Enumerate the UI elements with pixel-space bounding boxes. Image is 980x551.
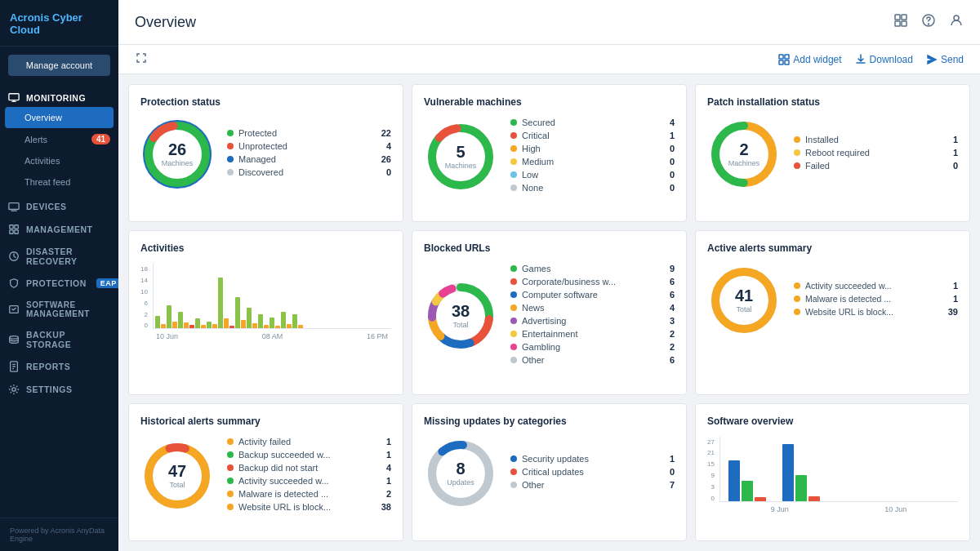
url-block-dot bbox=[794, 309, 800, 315]
add-widget-button[interactable]: Add widget bbox=[778, 54, 841, 65]
failed-dot bbox=[794, 162, 800, 169]
sidebar: Acronis Cyber Cloud Manage account MONIT… bbox=[0, 0, 118, 551]
bar bbox=[212, 324, 217, 328]
sidebar-item-activities[interactable]: Activities bbox=[0, 150, 118, 171]
sidebar-item-threat-feed[interactable]: Threat feed bbox=[0, 171, 118, 193]
sidebar-section-management[interactable]: MANAGEMENT bbox=[0, 216, 118, 238]
managed-label: Managed bbox=[238, 154, 276, 164]
user-button[interactable] bbox=[949, 13, 964, 31]
gambling-dot bbox=[510, 344, 517, 350]
active-alerts-donut: 41 Total bbox=[707, 264, 781, 337]
reboot-label: Reboot required bbox=[805, 148, 870, 158]
active-alerts-legend: Activity succeeded w...1 Malware is dete… bbox=[794, 281, 958, 320]
patch-donut: 2 Machines bbox=[707, 118, 781, 191]
bar-group bbox=[292, 314, 303, 328]
svg-rect-20 bbox=[779, 60, 783, 64]
legend-item: Protected 22 bbox=[227, 128, 391, 138]
protection-center-number: 26 bbox=[162, 141, 194, 158]
protection-center-label: Machines bbox=[162, 159, 194, 167]
patch-center-number: 2 bbox=[728, 141, 760, 158]
sidebar-section-devices[interactable]: DEVICES bbox=[0, 193, 118, 216]
legend-item: Activity succeeded w...1 bbox=[227, 476, 391, 486]
bar-group bbox=[207, 322, 217, 328]
legend-item: Failed0 bbox=[794, 161, 958, 171]
reports-label: REPORTS bbox=[26, 362, 70, 371]
manage-account-button[interactable]: Manage account bbox=[8, 55, 110, 76]
vulnerable-donut: 5 Machines bbox=[424, 120, 497, 193]
help-button[interactable] bbox=[921, 13, 936, 31]
bar bbox=[195, 318, 200, 328]
sidebar-item-overview[interactable]: Overview bbox=[5, 107, 114, 128]
bar bbox=[292, 314, 297, 328]
bar bbox=[270, 318, 274, 328]
grid-view-button[interactable] bbox=[893, 13, 908, 31]
protection-label: PROTECTION bbox=[26, 278, 87, 288]
sidebar-section-protection[interactable]: PROTECTION EAP bbox=[0, 269, 118, 292]
unprotected-label: Unprotected bbox=[238, 141, 287, 151]
critical-updates-dot bbox=[510, 469, 517, 475]
monitor-icon bbox=[8, 92, 20, 104]
software-overview-widget: Software overview 272115930 bbox=[695, 403, 970, 541]
vulnerable-machines-widget: Vulnerable machines 5 Machines Secured4 bbox=[412, 84, 687, 222]
missing-center-label: Updates bbox=[447, 478, 474, 487]
none-dot bbox=[510, 184, 517, 191]
bar bbox=[258, 314, 263, 328]
none-label: None bbox=[522, 183, 543, 193]
sidebar-section-software-management[interactable]: SOFTWARE MANAGEMENT bbox=[0, 292, 118, 322]
download-button[interactable]: Download bbox=[855, 54, 913, 65]
software-overview-title: Software overview bbox=[707, 415, 958, 427]
legend-item: Installed1 bbox=[794, 135, 958, 144]
sidebar-section-disaster-recovery[interactable]: DISASTER RECOVERY bbox=[0, 238, 118, 269]
games-dot bbox=[510, 265, 517, 272]
sw-bar bbox=[742, 481, 753, 501]
bar bbox=[224, 318, 229, 328]
user-icon bbox=[949, 13, 964, 28]
historical-center-number: 47 bbox=[168, 463, 186, 479]
bar bbox=[207, 322, 212, 328]
missing-donut-label: 8 Updates bbox=[447, 460, 474, 487]
activities-chart-container: 181410620 bbox=[140, 264, 391, 340]
sidebar-section-monitoring[interactable]: MONITORING bbox=[0, 84, 118, 107]
software-y-axis: 272115930 bbox=[707, 437, 716, 502]
bar bbox=[275, 326, 280, 328]
reboot-value: 1 bbox=[953, 148, 958, 158]
low-value: 0 bbox=[670, 170, 675, 180]
historical-donut-label: 47 Total bbox=[168, 463, 186, 489]
medium-dot bbox=[510, 158, 517, 165]
sidebar-item-alerts[interactable]: Alerts 41 bbox=[0, 128, 118, 150]
bar-group bbox=[247, 308, 257, 328]
bar bbox=[252, 323, 257, 328]
historical-legend: Activity failed1 Backup succeeded w...1 … bbox=[227, 437, 391, 515]
low-label: Low bbox=[522, 170, 538, 180]
svg-rect-2 bbox=[10, 225, 13, 229]
sidebar-footer: Powered by Acronis AnyData Engine bbox=[0, 518, 118, 551]
settings-label: SETTINGS bbox=[26, 384, 73, 394]
malware-h-dot bbox=[227, 491, 234, 497]
sidebar-section-settings[interactable]: SETTINGS bbox=[0, 375, 118, 398]
vulnerable-title: Vulnerable machines bbox=[424, 96, 675, 108]
sidebar-section-backup-storage[interactable]: BACKUP STORAGE bbox=[0, 322, 118, 353]
bar bbox=[201, 325, 206, 328]
vulnerable-body: 5 Machines Secured4 Critical1 High0 Medi… bbox=[424, 118, 675, 196]
active-alerts-body: 41 Total Activity succeeded w...1 Malwar… bbox=[707, 264, 958, 337]
sidebar-section-reports[interactable]: REPORTS bbox=[0, 353, 118, 375]
app-logo: Acronis Cyber Cloud bbox=[0, 0, 118, 47]
toolbar: Add widget Download Send bbox=[118, 45, 980, 74]
svg-point-8 bbox=[10, 336, 19, 340]
legend-item: Other7 bbox=[510, 480, 675, 490]
vulnerable-donut-label: 5 Machines bbox=[445, 144, 477, 170]
main-content: Overview Add widget Download bbox=[118, 0, 980, 551]
security-updates-dot bbox=[510, 455, 517, 462]
legend-item: Backup did not start4 bbox=[227, 463, 391, 473]
sw-bar bbox=[755, 497, 766, 501]
send-button[interactable]: Send bbox=[926, 54, 964, 65]
eap-badge: EAP bbox=[96, 278, 118, 288]
svg-rect-19 bbox=[785, 55, 789, 59]
historical-alerts-widget: Historical alerts summary 47 Total Activ… bbox=[128, 403, 403, 541]
blocked-urls-body: 38 Total Games9 Corporate/business w...6… bbox=[424, 264, 675, 368]
url-h-dot bbox=[227, 504, 234, 510]
legend-item: None0 bbox=[510, 183, 675, 193]
failed-label: Failed bbox=[805, 161, 830, 171]
installed-label: Installed bbox=[805, 135, 839, 144]
expand-button[interactable] bbox=[135, 51, 148, 67]
